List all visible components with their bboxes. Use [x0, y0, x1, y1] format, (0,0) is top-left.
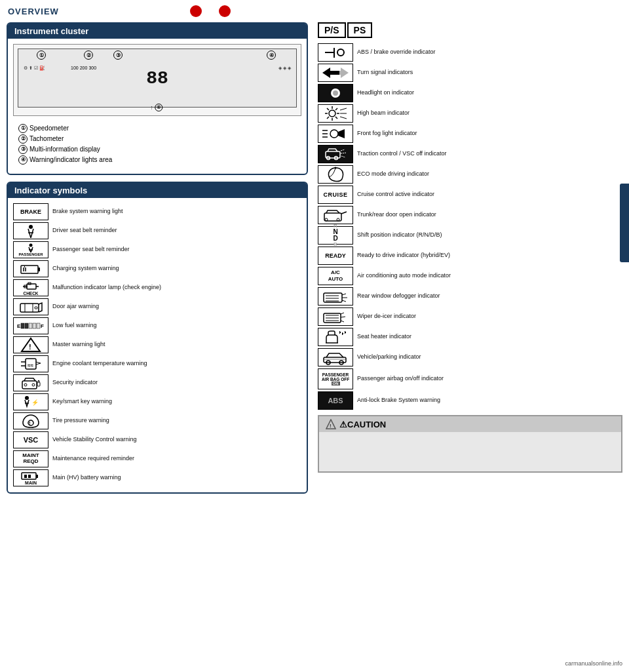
svg-rect-21: [29, 323, 32, 328]
airbag-label-2: AIR BAG OFF: [322, 377, 349, 382]
headlight-icon: [325, 85, 346, 101]
fog-text: Front fog light indicator: [357, 130, 417, 138]
svg-rect-39: [36, 475, 38, 478]
ready-text: Ready to drive indicator (hybrid/EV): [357, 252, 450, 260]
svg-text:≈≈: ≈≈: [28, 363, 33, 368]
ps-box-2: PS: [347, 22, 373, 38]
eco-box: [318, 165, 353, 184]
right-indicator-defrost: Rear window defogger indicator: [318, 287, 622, 306]
vsc-box: VSC: [13, 431, 48, 448]
passenger-icon: [24, 243, 38, 252]
indicator-key: ⚡ Key/smart key warning: [13, 393, 301, 410]
indicator-battery: Charging system warning: [13, 260, 301, 277]
wiper-box: [318, 307, 353, 326]
side-nav-tab[interactable]: [620, 184, 629, 262]
indicator-tpms: ! Tire pressure warning: [13, 412, 301, 429]
highbeam-text: High beam indicator: [357, 109, 410, 117]
ac-box: A/C AUTO: [318, 267, 353, 285]
right-indicator-fog: Front fog light indicator: [318, 125, 622, 143]
indicator-symbols-body: BRAKE Brake system warning light: [8, 198, 307, 492]
traction-icon: [322, 146, 349, 163]
speed-display: 88: [146, 68, 168, 89]
car-side-box: [318, 348, 353, 366]
legend-row-3: ③ Multi-information display: [18, 145, 296, 154]
airbag-text: Passenger airbag on/off indicator: [357, 375, 444, 383]
main-label: MAIN: [25, 481, 37, 485]
security-box: [13, 374, 48, 391]
abs-brake-text: ABS / brake override indicator: [357, 49, 436, 56]
svg-line-58: [340, 108, 347, 110]
key-person-icon: ⚡: [20, 395, 41, 409]
svg-point-31: [32, 384, 35, 386]
svg-rect-14: [20, 304, 39, 312]
right-indicator-abs-system: ABS Anti-lock Brake System warning: [318, 391, 622, 410]
svg-point-49: [329, 110, 335, 117]
door-icon: [18, 300, 43, 313]
tpms-text: Tire pressure warning: [52, 417, 109, 425]
highbeam-icon: [323, 105, 348, 122]
cruise-box: CRUISE: [318, 186, 353, 204]
svg-rect-17: [35, 307, 37, 309]
passenger-seatbelt-text: Passenger seat belt reminder: [52, 246, 130, 254]
right-indicator-ready: READY Ready to drive indicator (hybrid/E…: [318, 247, 622, 265]
warning-triangle-icon: !: [20, 337, 41, 353]
indicator-warning: ! Master warning light: [13, 336, 301, 353]
eco-icon: [324, 166, 347, 183]
trunk-box: [318, 206, 353, 224]
svg-marker-65: [338, 129, 345, 138]
svg-text:!: !: [330, 423, 332, 429]
traction-text: Traction control / VSC off indicator: [357, 150, 447, 158]
right-indicator-seat: Seat heater indicator: [318, 328, 622, 346]
ac-label-2: AUTO: [328, 276, 343, 283]
maint-label-2: REQD: [23, 459, 38, 465]
svg-point-2: [29, 243, 33, 247]
temp-box: ≈≈: [13, 355, 48, 372]
indicators-grid: BRAKE Brake system warning light: [13, 203, 301, 487]
svg-text:F: F: [41, 323, 44, 329]
check-box: CHECK: [13, 279, 48, 296]
right-column: P/S PS ABS / brake override indicator: [314, 22, 622, 500]
defrost-text: Rear window defogger indicator: [357, 292, 440, 300]
page-title: OVERVIEW: [8, 7, 59, 16]
eco-text: ECO mode driving indicator: [357, 170, 429, 178]
highbeam-box: [318, 104, 353, 123]
svg-point-0: [29, 225, 33, 229]
headlight-box: [318, 84, 353, 102]
legend-row-2: ② Tachometer: [18, 134, 296, 144]
temp-text: Engine coolant temperature warning: [52, 360, 147, 368]
callout-2-label: ②: [84, 50, 95, 60]
caution-body: [319, 432, 621, 471]
right-indicator-cruise: CRUISE Cruise control active indicator: [318, 186, 622, 204]
key-text: Key/smart key warning: [52, 398, 112, 406]
tpms-icon: !: [20, 414, 42, 428]
legend-text-3: Multi-information display: [29, 145, 100, 153]
svg-line-60: [340, 117, 347, 119]
svg-point-64: [330, 130, 338, 138]
svg-text:!: !: [29, 343, 31, 351]
svg-rect-20: [25, 323, 28, 328]
indicator-passenger-seatbelt: PASSENGER Passenger seat belt reminder: [13, 241, 301, 258]
instrument-cluster-body: ① ② ③ ④ 88 ⚙ ⬆ ☑ ⛽ ◈ ◈ ◈: [8, 39, 307, 174]
door-box: [13, 298, 48, 315]
seatbelt-icon: [22, 224, 40, 238]
passenger-seatbelt-box: PASSENGER: [13, 241, 48, 258]
tpms-box: !: [13, 412, 48, 429]
legend-text-4: Warning/indicator lights area: [29, 155, 112, 164]
instrument-cluster-section: Instrument cluster ① ② ③ ④ 88 ⚙ ⬆ ☑ ⛽: [7, 22, 308, 175]
callout-3-label: ③: [113, 50, 124, 60]
svg-text:!: !: [29, 420, 31, 426]
ps-box-1: P/S: [318, 22, 346, 38]
temp-icon: ≈≈: [19, 357, 43, 371]
indicator-seatbelt: Driver seat belt reminder: [13, 222, 301, 239]
right-indicator-eco: ECO mode driving indicator: [318, 165, 622, 184]
svg-text:⚡: ⚡: [31, 399, 39, 406]
svg-rect-78: [324, 357, 346, 363]
legend-row-4: ④ Warning/indicator lights area: [18, 155, 296, 165]
right-indicator-turn: Turn signal indicators: [318, 64, 622, 82]
car-side-icon: [322, 349, 349, 365]
ready-label: READY: [325, 252, 346, 259]
right-indicator-airbag: PASSENGER AIR BAG OFF ON Passenger airba…: [318, 368, 622, 389]
svg-point-48: [333, 90, 338, 96]
caution-header: ! ⚠CAUTION: [319, 416, 621, 432]
svg-point-69: [335, 167, 337, 169]
